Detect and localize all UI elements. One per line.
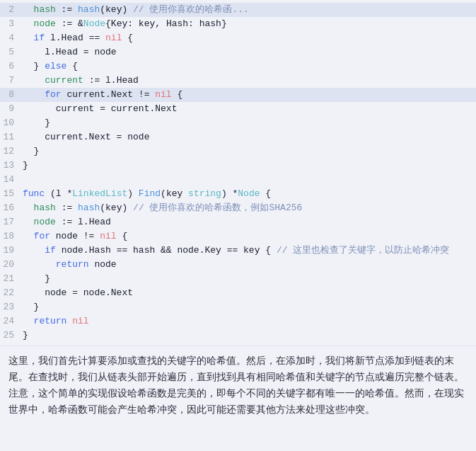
line-content-7: current := l.Head <box>23 74 139 88</box>
line-content-9: current = current.Next <box>23 102 177 116</box>
line-num-4: 4 <box>3 31 23 45</box>
code-line-21: 21 } <box>0 272 476 286</box>
line-content-16: hash := hash(key) // 使用你喜欢的哈希函数，例如SHA256 <box>23 201 302 215</box>
line-content-3: node := &Node{Key: key, Hash: hash} <box>23 17 227 31</box>
code-block: 2 hash := hash(key) // 使用你喜欢的哈希函... 3 no… <box>0 0 476 346</box>
code-line-6: 6 } else { <box>0 59 476 74</box>
line-num-10: 10 <box>3 116 23 130</box>
line-num-22: 22 <box>3 286 23 300</box>
line-num-13: 13 <box>3 159 23 173</box>
line-num-17: 17 <box>3 215 23 229</box>
code-line-16: 16 hash := hash(key) // 使用你喜欢的哈希函数，例如SHA… <box>0 201 476 215</box>
line-num-18: 18 <box>3 229 23 244</box>
line-content-21: } <box>23 272 50 286</box>
prose-explanation: 这里，我们首先计算要添加或查找的关键字的哈希值。然后，在添加时，我们将新节点添加… <box>0 346 476 426</box>
line-content-11: current.Next = node <box>23 130 149 144</box>
line-content-5: l.Head = node <box>23 45 117 59</box>
line-num-16: 16 <box>3 201 23 215</box>
code-line-7: 7 current := l.Head <box>0 74 476 88</box>
line-num-23: 23 <box>3 300 23 314</box>
code-line-15: 15 func (l *LinkedList) Find(key string)… <box>0 187 476 201</box>
code-line-8: 8 for current.Next != nil { <box>0 88 476 102</box>
line-content-20: return node <box>23 258 117 272</box>
line-num-21: 21 <box>3 272 23 286</box>
line-num-15: 15 <box>3 187 23 201</box>
line-content-18: for node != nil { <box>23 229 127 244</box>
code-line-25: 25 } <box>0 329 476 343</box>
code-line-22: 22 node = node.Next <box>0 286 476 300</box>
line-content-23: } <box>23 300 39 314</box>
code-line-10: 10 } <box>0 116 476 130</box>
line-content-10: } <box>23 116 50 130</box>
line-content-13: } <box>23 159 28 173</box>
line-num-24: 24 <box>3 314 23 329</box>
line-content-24: return nil <box>23 314 89 329</box>
code-line-24: 24 return nil <box>0 314 476 329</box>
line-content-6: } else { <box>23 59 78 74</box>
code-line-12: 12 } <box>0 144 476 159</box>
code-line-9: 9 current = current.Next <box>0 102 476 116</box>
code-line-4: 4 if l.Head == nil { <box>0 31 476 45</box>
line-content-4: if l.Head == nil { <box>23 31 133 45</box>
code-line-14: 14 <box>0 173 476 187</box>
line-num-19: 19 <box>3 244 23 258</box>
code-line-2: 2 hash := hash(key) // 使用你喜欢的哈希函... <box>0 3 476 17</box>
line-num-6: 6 <box>3 59 23 74</box>
line-num-14: 14 <box>3 173 23 187</box>
code-line-20: 20 return node <box>0 258 476 272</box>
line-num-8: 8 <box>3 88 23 102</box>
line-num-2: 2 <box>3 3 23 17</box>
line-content-22: node = node.Next <box>23 286 133 300</box>
code-line-3: 3 node := &Node{Key: key, Hash: hash} <box>0 17 476 31</box>
line-num-20: 20 <box>3 258 23 272</box>
code-line-18: 18 for node != nil { <box>0 229 476 244</box>
line-num-11: 11 <box>3 130 23 144</box>
line-content-25: } <box>23 329 28 343</box>
line-content-19: if node.Hash == hash && node.Key == key … <box>23 244 449 258</box>
line-content-12: } <box>23 144 39 159</box>
code-line-23: 23 } <box>0 300 476 314</box>
line-num-25: 25 <box>3 329 23 343</box>
code-line-17: 17 node := l.Head <box>0 215 476 229</box>
code-line-13: 13 } <box>0 159 476 173</box>
code-line-11: 11 current.Next = node <box>0 130 476 144</box>
line-num-12: 12 <box>3 144 23 159</box>
line-num-5: 5 <box>3 45 23 59</box>
prose-text: 这里，我们首先计算要添加或查找的关键字的哈希值。然后，在添加时，我们将新节点添加… <box>8 353 465 418</box>
code-line-19: 19 if node.Hash == hash && node.Key == k… <box>0 244 476 258</box>
line-num-7: 7 <box>3 74 23 88</box>
line-content-8: for current.Next != nil { <box>23 88 182 102</box>
line-content-2: hash := hash(key) // 使用你喜欢的哈希函... <box>23 3 249 17</box>
line-content-15: func (l *LinkedList) Find(key string) *N… <box>23 187 271 201</box>
line-content-17: node := l.Head <box>23 215 111 229</box>
line-num-3: 3 <box>3 17 23 31</box>
code-line-5: 5 l.Head = node <box>0 45 476 59</box>
line-num-9: 9 <box>3 102 23 116</box>
